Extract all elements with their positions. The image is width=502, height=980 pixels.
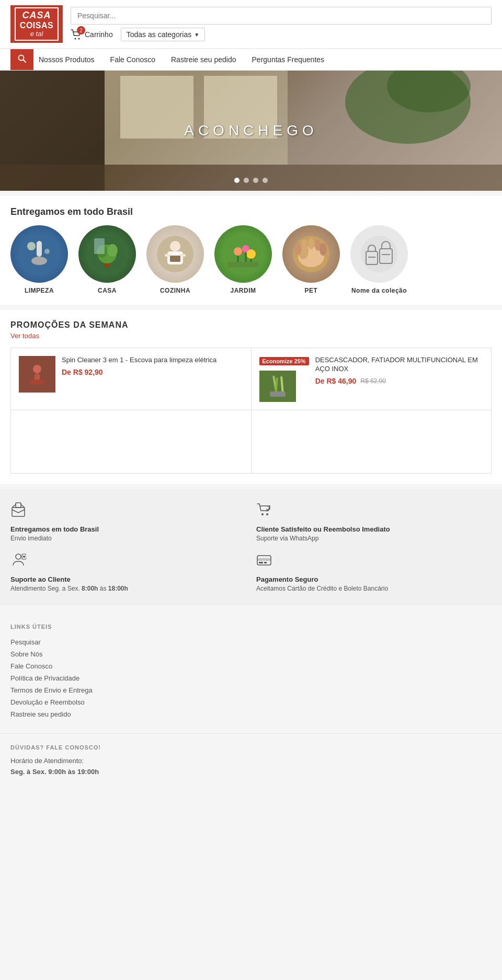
category-label-pet: PET (305, 287, 318, 294)
category-casa[interactable]: CASA (78, 225, 136, 294)
promo-cell-1: Spin Cleaner 3 em 1 - Escova para limpez… (11, 348, 251, 410)
svg-rect-59 (16, 503, 21, 508)
svg-point-13 (31, 257, 47, 265)
nav-perguntas[interactable]: Perguntas Frequentes (252, 49, 325, 70)
svg-rect-57 (270, 391, 286, 397)
person-icon (10, 552, 246, 572)
category-colecao[interactable]: Nome da coleção (350, 225, 408, 294)
product-card-1[interactable]: Spin Cleaner 3 em 1 - Escova para limpez… (19, 356, 243, 393)
svg-point-40 (301, 239, 307, 251)
svg-rect-12 (37, 241, 42, 257)
svg-rect-48 (368, 257, 375, 258)
feature-payment-title: Pagamento Seguro (256, 575, 492, 583)
category-jardim[interactable]: JARDIM (214, 225, 272, 294)
economy-badge-2: Economize 25% (259, 357, 309, 365)
svg-point-23 (170, 241, 180, 251)
footer-link-termos[interactable]: Termos de Envio e Entrega (10, 684, 492, 696)
footer-link-sobre-nos[interactable]: Sobre Nós (10, 648, 492, 660)
cart-button[interactable]: 2 Carrinho (71, 29, 113, 40)
category-cozinha[interactable]: COZINHA (146, 225, 204, 294)
categories-label: Todas as categorias (127, 30, 192, 39)
footer-links-section: LINKS ÚTEIS Pesquisar Sobre Nós Fale Con… (0, 610, 502, 733)
nav-rastreie[interactable]: Rastreie seu pedido (171, 49, 236, 70)
category-pet[interactable]: PET (282, 225, 340, 294)
svg-point-61 (266, 513, 268, 515)
category-label-cozinha: COZINHA (160, 287, 190, 294)
feature-satisfaction-title: Cliente Satisfeito ou Reembolso Imediato (256, 525, 492, 533)
svg-point-41 (308, 238, 314, 249)
promotions-section: PROMOÇÕES DA SEMANA Ver todas Spin Clean… (0, 310, 502, 484)
header: CASA COISAS e tal 2 Carrinho Todas as ca… (0, 0, 502, 49)
promo-header: PROMOÇÕES DA SEMANA Ver todas (10, 320, 492, 340)
footer-links-title: LINKS ÚTEIS (10, 624, 492, 630)
svg-point-29 (234, 247, 242, 256)
footer-link-devolucao[interactable]: Devolução e Reembolso (10, 696, 492, 708)
feature-satisfaction: Cliente Satisfeito ou Reembolso Imediato… (256, 502, 492, 542)
footer-link-pesquisar[interactable]: Pesquisar (10, 636, 492, 648)
feature-support-title: Suporte ao Cliente (10, 575, 246, 583)
product-price-old-2: R$ 62,90 (360, 377, 386, 385)
navbar: Nossos Produtos Fale Conosco Rastreie se… (0, 49, 502, 71)
feature-support: Suporte ao Cliente Atendimento Seg. a Se… (10, 552, 246, 592)
payment-icon (256, 552, 492, 572)
svg-point-1 (78, 38, 80, 40)
svg-point-52 (29, 379, 45, 385)
category-label-casa: CASA (98, 287, 117, 294)
svg-point-14 (27, 242, 36, 250)
box-icon (10, 502, 246, 522)
feature-delivery-title: Entregamos em todo Brasil (10, 525, 246, 533)
circle-jardim (214, 225, 272, 283)
cart-categories-row: 2 Carrinho Todas as categorias ▼ (71, 28, 492, 41)
logo[interactable]: CASA COISAS e tal (10, 5, 63, 43)
svg-rect-6 (120, 76, 193, 139)
chevron-down-icon: ▼ (194, 32, 199, 38)
search-submit-button[interactable] (10, 49, 33, 70)
search-input[interactable] (71, 7, 492, 25)
colecao-image (361, 236, 397, 272)
categories-row: LIMPEZA CASA (10, 225, 492, 294)
circle-limpeza (10, 225, 68, 283)
pet-image (293, 236, 329, 272)
feature-payment: Pagamento Seguro Aceitamos Cartão de Cré… (256, 552, 492, 592)
dot-2[interactable] (244, 178, 249, 183)
casa-image (89, 236, 126, 272)
footer-link-privacidade[interactable]: Política de Privacidade (10, 672, 492, 684)
delivery-title: Entregamos em todo Brasil (10, 206, 492, 217)
circle-cozinha (146, 225, 204, 283)
dot-4[interactable] (263, 178, 268, 183)
footer-contact-section: DÚVIDAS? FALE CONOSCO! Horário de Atendi… (0, 733, 502, 784)
logo-text: CASA COISAS e tal (20, 10, 53, 38)
svg-rect-67 (259, 562, 263, 563)
delivery-section: Entregamos em todo Brasil LIMPEZA (0, 196, 502, 305)
hero-banner: ACONCHEGO (0, 71, 502, 191)
nav-fale-conosco[interactable]: Fale Conosco (110, 49, 155, 70)
categories-button[interactable]: Todas as categorias ▼ (121, 28, 205, 41)
feature-delivery-subtitle: Envio imediato (10, 535, 246, 542)
time-start: 8:00h (82, 585, 98, 592)
svg-point-15 (44, 249, 50, 254)
limpeza-image (21, 236, 58, 272)
svg-rect-33 (245, 252, 247, 263)
product-card-2[interactable]: Economize 25% DESCASCADOR, FATIADO (259, 356, 484, 402)
circle-pet (282, 225, 340, 283)
banner-text: ACONCHEGO (184, 122, 318, 139)
svg-line-3 (24, 60, 26, 63)
category-label-limpeza: LIMPEZA (25, 287, 54, 294)
footer-link-fale-conosco[interactable]: Fale Conosco (10, 660, 492, 672)
product-2-image (265, 373, 291, 399)
promo-title: PROMOÇÕES DA SEMANA (10, 320, 492, 330)
ver-todas-link[interactable]: Ver todas (10, 332, 492, 340)
product-info-1: Spin Cleaner 3 em 1 - Escova para limpez… (62, 356, 243, 376)
dot-3[interactable] (253, 178, 258, 183)
dot-1[interactable] (234, 178, 239, 183)
svg-point-50 (33, 365, 41, 373)
nav-nossos-produtos[interactable]: Nossos Produtos (39, 49, 95, 70)
time-end: 18:00h (108, 585, 128, 592)
category-limpeza[interactable]: LIMPEZA (10, 225, 68, 294)
banner-dots (234, 178, 268, 183)
cozinha-image (157, 236, 193, 272)
search-cart-area: 2 Carrinho Todas as categorias ▼ (71, 7, 492, 41)
footer-link-rastreie[interactable]: Rastreie seu pedido (10, 708, 492, 720)
product-name-1: Spin Cleaner 3 em 1 - Escova para limpez… (62, 356, 243, 365)
svg-point-60 (261, 513, 264, 515)
